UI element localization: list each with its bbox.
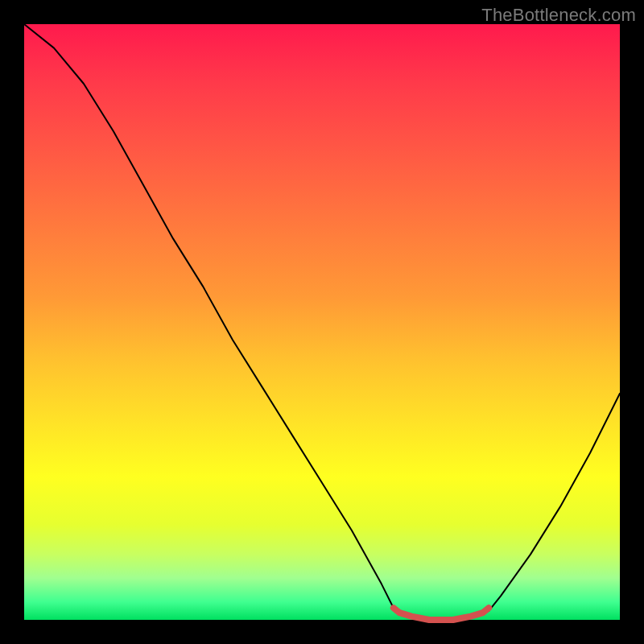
watermark-text: TheBottleneck.com: [481, 5, 636, 26]
curve-main: [24, 24, 620, 620]
curve-highlight: [394, 608, 489, 620]
plot-area: [24, 24, 620, 620]
chart-frame: TheBottleneck.com: [0, 0, 644, 644]
chart-svg: [24, 24, 620, 620]
